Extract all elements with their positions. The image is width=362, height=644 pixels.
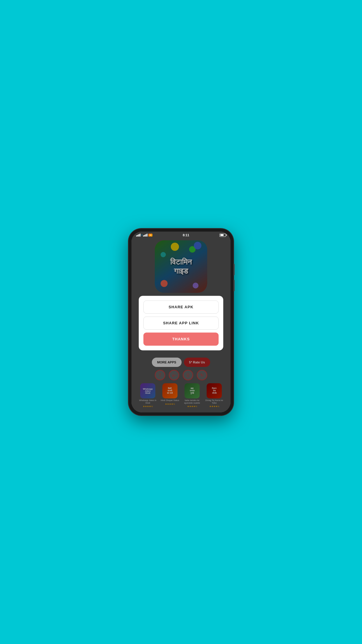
signal-bars-2	[143, 234, 147, 237]
thanks-button[interactable]: THANKS	[143, 332, 219, 346]
signal-bar-1	[136, 235, 137, 237]
share-dialog: SHARE APK SHARE APP LINK THANKS	[139, 296, 223, 350]
signal-bar-8	[147, 234, 147, 237]
status-left: ≀ 4G	[136, 234, 152, 237]
clock: 8:11	[183, 233, 189, 237]
data-indicator: 4G	[148, 234, 152, 237]
share-link-button[interactable]: SHARE APP LINK	[143, 316, 219, 330]
battery-fill	[220, 234, 224, 236]
signal-bar-7	[145, 234, 146, 237]
telecom-logo: ≀	[141, 234, 142, 237]
phone-frame: ≀ 4G 8:11	[129, 229, 233, 415]
status-right	[219, 234, 226, 237]
share-apk-button[interactable]: SHARE APK	[143, 300, 219, 314]
phone-screen: ≀ 4G 8:11	[131, 232, 231, 412]
status-bar: ≀ 4G 8:11	[131, 232, 231, 238]
signal-bar-2	[137, 235, 138, 237]
signal-bar-5	[143, 235, 144, 237]
signal-bar-4	[140, 234, 140, 237]
signal-bars	[136, 234, 140, 237]
signal-bar-6	[144, 235, 145, 237]
signal-bar-3	[138, 234, 139, 237]
battery-icon	[219, 234, 226, 237]
